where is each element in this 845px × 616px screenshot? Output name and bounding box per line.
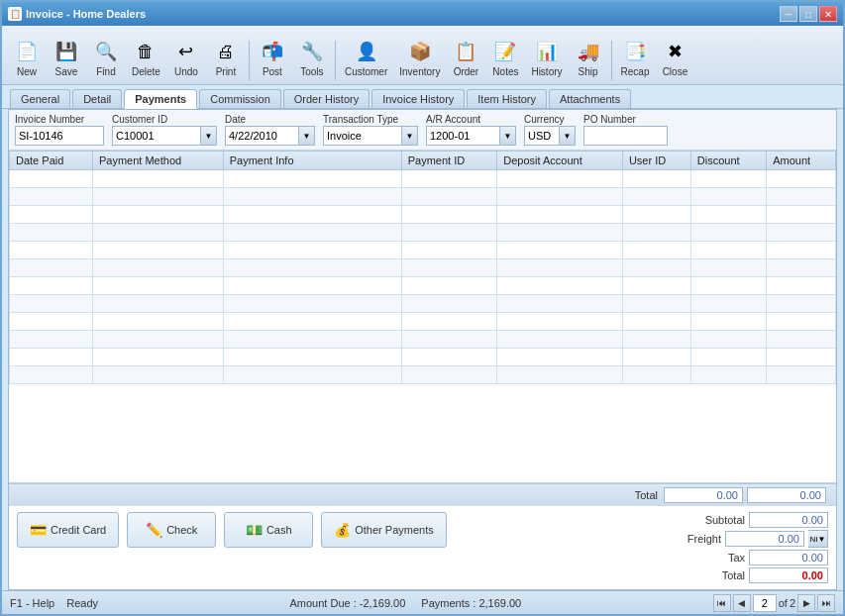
post-icon: 📬	[259, 38, 286, 65]
transaction-type-label: Transaction Type	[323, 114, 418, 125]
tab-payments[interactable]: Payments	[124, 89, 197, 109]
tax-label: Tax	[690, 552, 745, 564]
col-date-paid: Date Paid	[10, 152, 93, 170]
toolbar-tools-label: Tools	[300, 66, 323, 77]
cash-icon: 💵	[246, 522, 263, 538]
tab-item-history[interactable]: Item History	[467, 89, 547, 108]
table-row	[10, 349, 836, 366]
check-button[interactable]: ✏️ Check	[127, 512, 216, 548]
maximize-button[interactable]: □	[799, 6, 817, 22]
payment-buttons: 💳 Credit Card ✏️ Check 💵 Cash 💰 Other Pa…	[17, 512, 581, 548]
table-row	[10, 366, 836, 384]
total-row: Total	[590, 567, 828, 583]
currency-input[interactable]	[524, 126, 560, 146]
date-label: Date	[225, 114, 315, 125]
page-current-input[interactable]	[753, 594, 777, 612]
toolbar-delete-label: Delete	[132, 66, 160, 77]
toolbar-recap-button[interactable]: 📑 Recap	[616, 35, 655, 80]
status-text: Ready	[66, 597, 98, 609]
toolbar-close-button[interactable]: ✖ Close	[656, 35, 693, 80]
nav-next-button[interactable]: ▶	[797, 594, 815, 612]
col-payment-id: Payment ID	[401, 152, 497, 170]
date-wrapper: ▼	[225, 126, 315, 146]
other-payments-button[interactable]: 💰 Other Payments	[321, 512, 446, 548]
freight-value[interactable]	[725, 531, 804, 547]
customer-id-dropdown[interactable]: ▼	[201, 126, 217, 146]
credit-card-icon: 💳	[30, 522, 47, 538]
main-content: Invoice Number Customer ID ▼ Date ▼ Tran…	[8, 109, 837, 590]
credit-card-label: Credit Card	[51, 524, 106, 536]
tab-invoice-history[interactable]: Invoice History	[371, 89, 465, 108]
ship-icon: 🚚	[575, 38, 602, 65]
toolbar-history-button[interactable]: 📊 History	[526, 35, 567, 80]
col-payment-method: Payment Method	[92, 152, 223, 170]
total-amount: 0.00	[747, 487, 826, 503]
toolbar-new-button[interactable]: 📄 New	[8, 35, 46, 80]
transaction-type-wrapper: ▼	[323, 126, 418, 146]
nav-last-button[interactable]: ⏭	[817, 594, 835, 612]
subtotal-value[interactable]	[749, 512, 828, 528]
table-footer: Total 0.00 0.00	[9, 483, 836, 506]
toolbar-inventory-button[interactable]: 📦 Inventory	[394, 35, 445, 80]
toolbar-post-button[interactable]: 📬 Post	[254, 35, 291, 80]
table-row	[10, 242, 836, 259]
ar-account-input[interactable]	[426, 126, 500, 146]
customer-id-input[interactable]	[112, 126, 201, 146]
nav-prev-button[interactable]: ◀	[733, 594, 751, 612]
toolbar-tools-button[interactable]: 🔧 Tools	[293, 35, 331, 80]
po-number-input[interactable]	[583, 126, 668, 146]
currency-dropdown[interactable]: ▼	[560, 126, 576, 146]
status-right: ⏮ ◀ of 2 ▶ ⏭	[713, 594, 835, 612]
title-bar: 📋 Invoice - Home Dealers ─ □ ✕	[2, 2, 843, 26]
toolbar-recap-label: Recap	[621, 66, 650, 77]
toolbar-print-button[interactable]: 🖨 Print	[207, 35, 245, 80]
date-input[interactable]	[225, 126, 299, 146]
tools-icon: 🔧	[298, 38, 326, 65]
summary-area: 💳 Credit Card ✏️ Check 💵 Cash 💰 Other Pa…	[9, 506, 836, 589]
transaction-type-input[interactable]	[323, 126, 402, 146]
col-amount: Amount	[767, 152, 836, 170]
toolbar-save-button[interactable]: 💾 Save	[48, 35, 85, 80]
title-buttons: ─ □ ✕	[780, 6, 837, 22]
toolbar-undo-button[interactable]: ↩ Undo	[167, 35, 205, 80]
toolbar-ship-button[interactable]: 🚚 Ship	[570, 35, 607, 80]
credit-card-button[interactable]: 💳 Credit Card	[17, 512, 119, 548]
tab-general[interactable]: General	[10, 89, 70, 108]
transaction-type-dropdown[interactable]: ▼	[402, 126, 418, 146]
close-window-button[interactable]: ✕	[819, 6, 837, 22]
ar-account-dropdown[interactable]: ▼	[500, 126, 516, 146]
toolbar-delete-button[interactable]: 🗑 Delete	[127, 35, 165, 80]
notes-icon: 📝	[491, 38, 519, 65]
toolbar-customer-button[interactable]: 👤 Customer	[340, 35, 392, 80]
payments-label: Payments :	[421, 597, 475, 609]
invoice-number-input[interactable]	[15, 126, 104, 146]
date-dropdown[interactable]: ▼	[299, 126, 315, 146]
po-number-group: PO Number	[583, 114, 668, 146]
cash-button[interactable]: 💵 Cash	[224, 512, 313, 548]
toolbar-customer-label: Customer	[345, 66, 387, 77]
window-title: Invoice - Home Dealers	[26, 8, 146, 20]
toolbar-separator-3	[611, 41, 612, 80]
status-left: F1 - Help Ready	[10, 597, 98, 609]
tab-order-history[interactable]: Order History	[283, 89, 370, 108]
freight-type-dropdown[interactable]: NI▼	[808, 530, 828, 548]
nav-first-button[interactable]: ⏮	[713, 594, 731, 612]
toolbar-post-label: Post	[263, 66, 282, 77]
minimize-button[interactable]: ─	[780, 6, 797, 22]
tax-value[interactable]	[749, 550, 828, 565]
table-row	[10, 188, 836, 206]
toolbar-notes-button[interactable]: 📝 Notes	[486, 35, 524, 80]
tab-attachments[interactable]: Attachments	[549, 89, 631, 108]
currency-group: Currency ▼	[524, 114, 576, 146]
toolbar-order-button[interactable]: 📋 Order	[447, 35, 484, 80]
toolbar-inventory-label: Inventory	[399, 66, 440, 77]
tab-detail[interactable]: Detail	[72, 89, 122, 108]
toolbar-find-button[interactable]: 🔍 Find	[87, 35, 125, 80]
tab-commission[interactable]: Commission	[199, 89, 281, 108]
other-payments-label: Other Payments	[355, 524, 433, 536]
total-summary-value[interactable]	[749, 567, 828, 583]
customer-id-label: Customer ID	[112, 114, 217, 125]
amount-due: Amount Due : -2,169.00	[290, 597, 406, 609]
status-bar: F1 - Help Ready Amount Due : -2,169.00 P…	[2, 590, 843, 614]
toolbar-print-label: Print	[216, 66, 237, 77]
